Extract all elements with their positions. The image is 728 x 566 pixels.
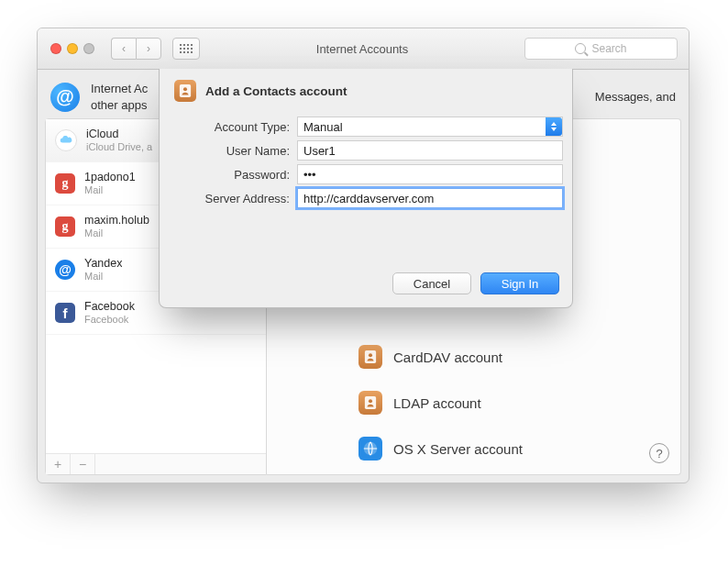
page: ‹ › Internet Accounts Search @ xyxy=(0,0,728,566)
contacts-icon xyxy=(358,345,382,369)
account-type-select[interactable]: Manual xyxy=(297,117,563,137)
close-window-button[interactable] xyxy=(50,43,61,54)
question-icon: ? xyxy=(656,447,662,461)
contacts-icon xyxy=(174,80,196,102)
account-title: maxim.holub xyxy=(84,215,149,228)
svg-point-3 xyxy=(369,399,372,403)
label-user-name: User Name: xyxy=(169,144,297,158)
account-title: Yandex xyxy=(84,258,122,271)
provider-label: OS X Server account xyxy=(393,441,523,457)
account-sub: Mail xyxy=(84,271,122,282)
window-title: Internet Accounts xyxy=(207,42,517,56)
google-icon: g xyxy=(55,173,75,194)
account-sub: Facebook xyxy=(84,314,135,325)
internet-accounts-icon: @ xyxy=(50,83,80,112)
titlebar: ‹ › Internet Accounts Search xyxy=(38,28,689,70)
nav-buttons: ‹ › xyxy=(111,38,161,60)
search-icon xyxy=(575,43,586,54)
chevron-updown-icon xyxy=(546,117,562,136)
sheet-form: Account Type: Manual User Name: Password… xyxy=(160,109,572,212)
zoom-window-button xyxy=(83,43,94,54)
account-sub: Mail xyxy=(84,228,149,239)
search-placeholder: Search xyxy=(591,42,626,55)
preferences-window: ‹ › Internet Accounts Search @ xyxy=(37,28,689,483)
forward-button[interactable]: › xyxy=(136,38,161,60)
facebook-icon: f xyxy=(55,303,75,323)
chevron-right-icon: › xyxy=(147,42,150,55)
plus-icon: + xyxy=(54,457,61,472)
provider-label: LDAP account xyxy=(393,395,481,411)
sheet-title: Add a Contacts account xyxy=(205,84,347,98)
icloud-icon xyxy=(55,129,77,151)
add-account-button[interactable]: + xyxy=(46,454,71,474)
show-all-button[interactable] xyxy=(172,38,200,60)
label-password: Password: xyxy=(169,168,297,182)
account-title: 1padono1 xyxy=(84,172,136,184)
contacts-icon xyxy=(358,391,382,415)
server-address-field[interactable] xyxy=(297,188,563,208)
password-field[interactable] xyxy=(297,164,563,184)
cancel-button[interactable]: Cancel xyxy=(392,272,471,294)
summary-text: Internet Ac other apps xyxy=(91,81,148,113)
at-icon: @ xyxy=(55,260,75,280)
add-contacts-account-sheet: Add a Contacts account Account Type: Man… xyxy=(159,69,573,308)
minimize-window-button[interactable] xyxy=(67,43,78,54)
label-server-address: Server Address: xyxy=(169,192,297,205)
account-type-value: Manual xyxy=(303,120,343,134)
label-account-type: Account Type: xyxy=(169,120,297,134)
traffic-lights xyxy=(50,43,94,54)
chevron-left-icon: ‹ xyxy=(122,42,126,55)
account-title: Facebook xyxy=(84,301,135,314)
back-button[interactable]: ‹ xyxy=(111,38,136,60)
help-button[interactable]: ? xyxy=(649,443,669,463)
provider-osx-server[interactable]: OS X Server account xyxy=(358,437,523,461)
account-sub: Mail xyxy=(84,184,136,195)
remove-account-button[interactable]: − xyxy=(71,454,95,474)
sheet-buttons: Cancel Sign In xyxy=(160,263,572,307)
sign-in-button[interactable]: Sign In xyxy=(480,272,559,294)
google-icon: g xyxy=(55,216,75,237)
search-input[interactable]: Search xyxy=(524,38,678,60)
globe-icon xyxy=(358,437,382,461)
provider-label: CardDAV account xyxy=(393,350,502,365)
minus-icon: − xyxy=(79,457,86,472)
sidebar-footer: + − xyxy=(46,453,266,474)
summary-tail: Messages, and xyxy=(595,89,676,105)
svg-point-6 xyxy=(183,87,187,91)
svg-point-1 xyxy=(369,353,372,357)
provider-ldap[interactable]: LDAP account xyxy=(358,391,481,415)
grid-icon xyxy=(180,44,193,53)
sheet-header: Add a Contacts account xyxy=(160,69,572,109)
account-sub: iCloud Drive, a xyxy=(86,141,152,152)
account-title: iCloud xyxy=(86,128,152,141)
user-name-field[interactable] xyxy=(297,140,563,161)
provider-carddav[interactable]: CardDAV account xyxy=(358,345,502,369)
